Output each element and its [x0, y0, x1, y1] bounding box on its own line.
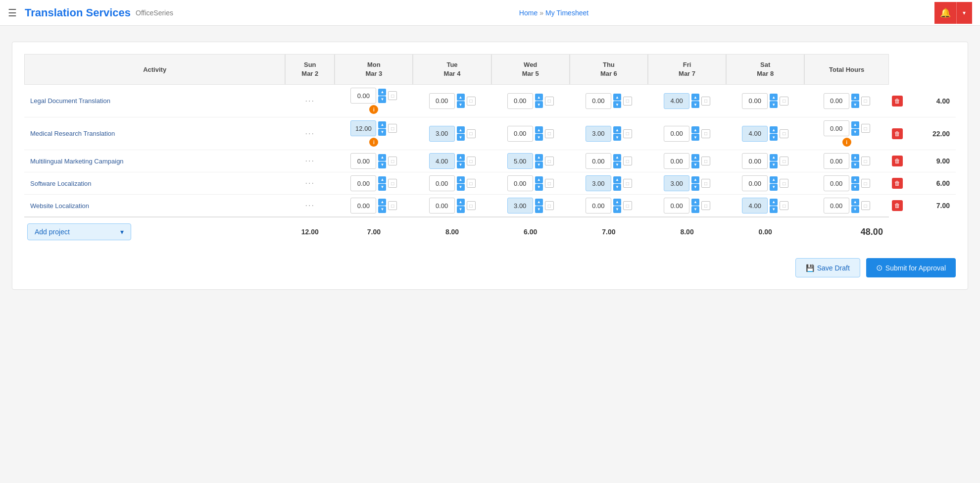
spin-down-r2-d2[interactable]: ▼ [535, 161, 543, 168]
input-r2-d4[interactable] [664, 153, 689, 169]
spin-down-r4-d5[interactable]: ▼ [770, 206, 778, 213]
spin-down-r1-d3[interactable]: ▼ [613, 134, 621, 141]
spin-down-r0-d1[interactable]: ▼ [457, 101, 465, 108]
spin-up-r4-d4[interactable]: ▲ [691, 199, 699, 206]
comment-icon-r4-d4[interactable]: □ [701, 201, 710, 210]
spin-up-r1-d3[interactable]: ▲ [613, 126, 621, 133]
spin-down-r3-d1[interactable]: ▼ [457, 184, 465, 191]
input-r0-d3[interactable] [586, 93, 611, 109]
input-r0-d0[interactable] [350, 88, 376, 104]
spin-down-r3-d6[interactable]: ▼ [851, 184, 859, 191]
comment-icon-r4-d5[interactable]: □ [780, 201, 788, 210]
comment-icon-r0-d0[interactable]: □ [388, 91, 397, 100]
breadcrumb-current[interactable]: My Timesheet [545, 9, 588, 17]
comment-icon-r4-d0[interactable]: □ [388, 201, 397, 210]
input-r2-d6[interactable] [824, 153, 849, 169]
input-r3-d0[interactable] [350, 175, 376, 191]
comment-icon-r3-d2[interactable]: □ [545, 179, 554, 188]
spin-up-r4-d1[interactable]: ▲ [457, 199, 465, 206]
comment-icon-r0-d2[interactable]: □ [545, 97, 554, 106]
input-r1-d1[interactable] [429, 126, 455, 142]
spin-up-r3-d2[interactable]: ▲ [535, 176, 543, 183]
input-r4-d3[interactable] [586, 198, 611, 214]
warn-icon-r1-d6[interactable]: i [842, 138, 851, 147]
delete-row-0[interactable]: 🗑 [892, 96, 903, 107]
spin-down-r4-d1[interactable]: ▼ [457, 206, 465, 213]
spin-down-r1-d2[interactable]: ▼ [535, 134, 543, 141]
spin-down-r1-d6[interactable]: ▼ [851, 129, 859, 136]
spin-up-r1-d5[interactable]: ▲ [770, 126, 778, 133]
hamburger-menu[interactable]: ☰ [8, 7, 17, 19]
comment-icon-r3-d4[interactable]: □ [701, 179, 710, 188]
spin-up-r3-d1[interactable]: ▲ [457, 176, 465, 183]
spin-up-r3-d6[interactable]: ▲ [851, 176, 859, 183]
submit-approval-button[interactable]: ⊙ Submit for Approval [866, 258, 956, 277]
spin-up-r1-d4[interactable]: ▲ [691, 126, 699, 133]
input-r2-d3[interactable] [586, 153, 611, 169]
input-r0-d6[interactable] [824, 93, 849, 109]
spin-up-r1-d1[interactable]: ▲ [457, 126, 465, 133]
spin-down-r2-d4[interactable]: ▼ [691, 161, 699, 168]
input-r3-d1[interactable] [429, 175, 455, 191]
input-r3-d4[interactable] [664, 175, 689, 191]
spin-up-r0-d1[interactable]: ▲ [457, 94, 465, 101]
input-r0-d2[interactable] [507, 93, 533, 109]
spin-up-r1-d0[interactable]: ▲ [378, 121, 386, 128]
spin-up-r2-d0[interactable]: ▲ [378, 154, 386, 161]
comment-icon-r2-d6[interactable]: □ [861, 157, 870, 165]
spin-up-r0-d5[interactable]: ▲ [770, 94, 778, 101]
input-r1-d5[interactable] [742, 126, 768, 142]
comment-icon-r3-d3[interactable]: □ [623, 179, 632, 188]
warn-icon-r0-d0[interactable]: i [369, 105, 378, 114]
comment-icon-r0-d1[interactable]: □ [467, 97, 476, 106]
save-draft-button[interactable]: 💾 Save Draft [795, 258, 860, 277]
spin-down-r2-d1[interactable]: ▼ [457, 161, 465, 168]
spin-down-r4-d3[interactable]: ▼ [613, 206, 621, 213]
spin-down-r0-d5[interactable]: ▼ [770, 101, 778, 108]
spin-down-r3-d4[interactable]: ▼ [691, 184, 699, 191]
spin-up-r1-d6[interactable]: ▲ [851, 121, 859, 128]
spin-down-r3-d3[interactable]: ▼ [613, 184, 621, 191]
input-r0-d1[interactable] [429, 93, 455, 109]
spin-down-r4-d2[interactable]: ▼ [535, 206, 543, 213]
comment-icon-r4-d2[interactable]: □ [545, 201, 554, 210]
comment-icon-r3-d0[interactable]: □ [388, 179, 397, 188]
spin-down-r0-d6[interactable]: ▼ [851, 101, 859, 108]
spin-up-r0-d0[interactable]: ▲ [378, 89, 386, 96]
input-r4-d0[interactable] [350, 198, 376, 214]
comment-icon-r1-d2[interactable]: □ [545, 129, 554, 138]
row-menu-3[interactable]: ··· [285, 172, 335, 195]
spin-up-r0-d3[interactable]: ▲ [613, 94, 621, 101]
spin-up-r4-d2[interactable]: ▲ [535, 199, 543, 206]
spin-up-r4-d6[interactable]: ▲ [851, 199, 859, 206]
input-r4-d2[interactable] [507, 198, 533, 214]
spin-down-r3-d0[interactable]: ▼ [378, 184, 386, 191]
row-menu-1[interactable]: ··· [285, 117, 335, 150]
input-r0-d5[interactable] [742, 93, 768, 109]
comment-icon-r2-d4[interactable]: □ [701, 157, 710, 165]
comment-icon-r1-d4[interactable]: □ [701, 129, 710, 138]
input-r3-d6[interactable] [824, 175, 849, 191]
spin-up-r2-d5[interactable]: ▲ [770, 154, 778, 161]
spin-down-r0-d4[interactable]: ▼ [691, 101, 699, 108]
spin-down-r1-d0[interactable]: ▼ [378, 129, 386, 136]
comment-icon-r3-d1[interactable]: □ [467, 179, 476, 188]
comment-icon-r4-d1[interactable]: □ [467, 201, 476, 210]
spin-down-r1-d4[interactable]: ▼ [691, 134, 699, 141]
delete-row-2[interactable]: 🗑 [892, 156, 903, 166]
spin-up-r1-d2[interactable]: ▲ [535, 126, 543, 133]
spin-up-r3-d4[interactable]: ▲ [691, 176, 699, 183]
input-r2-d0[interactable] [350, 153, 376, 169]
delete-row-3[interactable]: 🗑 [892, 178, 903, 189]
spin-down-r4-d4[interactable]: ▼ [691, 206, 699, 213]
input-r1-d3[interactable] [586, 126, 611, 142]
spin-down-r3-d5[interactable]: ▼ [770, 184, 778, 191]
input-r1-d0[interactable] [350, 120, 376, 136]
row-menu-2[interactable]: ··· [285, 150, 335, 172]
spin-down-r4-d6[interactable]: ▼ [851, 206, 859, 213]
spin-up-r0-d4[interactable]: ▲ [691, 94, 699, 101]
spin-up-r3-d3[interactable]: ▲ [613, 176, 621, 183]
input-r1-d4[interactable] [664, 126, 689, 142]
comment-icon-r4-d6[interactable]: □ [861, 201, 870, 210]
comment-icon-r0-d3[interactable]: □ [623, 97, 632, 106]
